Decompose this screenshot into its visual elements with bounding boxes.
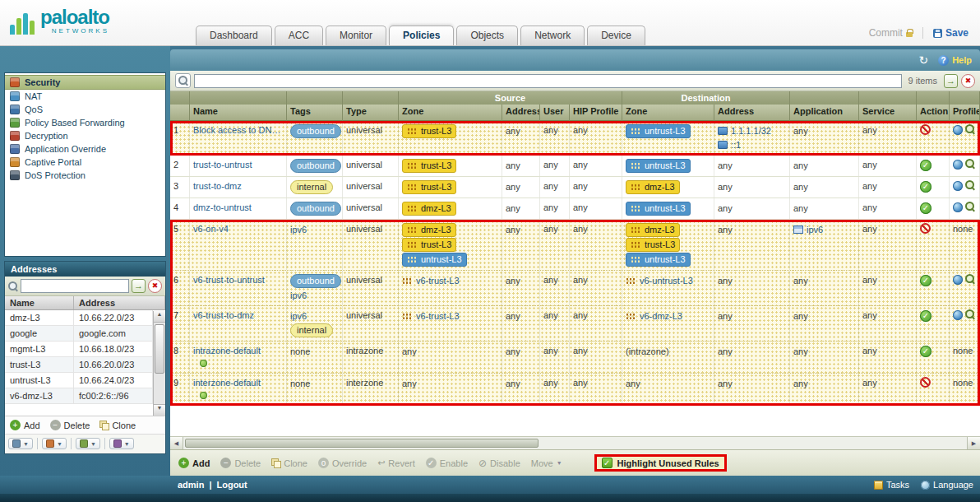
admin-user-link[interactable]: admin — [178, 480, 204, 490]
log-profile-icon[interactable] — [965, 124, 976, 135]
rule-row-6[interactable]: 6 v6-trust-to-untrust outboundipv6 unive… — [170, 271, 980, 306]
zone-badge[interactable]: trust-L3 — [402, 180, 456, 194]
scroll-thumb[interactable] — [155, 324, 164, 374]
tab-network[interactable]: Network — [520, 26, 585, 45]
scroll-up-button[interactable]: ▲ — [154, 311, 165, 323]
profile-group-icon[interactable] — [953, 275, 963, 285]
column-header-address[interactable]: Address — [714, 105, 790, 121]
rule-name[interactable]: intrazone-default — [193, 344, 283, 357]
action-allow-icon[interactable]: ✓ — [920, 310, 931, 322]
zone-link[interactable]: v6-untrust-L3 — [626, 274, 693, 287]
profile-group-icon[interactable] — [953, 125, 963, 135]
tab-acc[interactable]: ACC — [275, 26, 323, 45]
addresses-add-button[interactable]: +Add — [10, 420, 40, 430]
rule-row-7[interactable]: 7 v6-trust-to-dmz ipv6internal universal… — [170, 306, 980, 342]
column-header-type[interactable]: Type — [343, 105, 399, 121]
column-header-user[interactable]: User — [540, 105, 570, 121]
horizontal-scrollbar[interactable]: ◀ ▶ — [170, 436, 980, 449]
rule-row-1[interactable]: 1 Block access to DNS S... outbound univ… — [170, 121, 980, 156]
addresses-col-address[interactable]: Address — [74, 296, 165, 309]
zone-badge[interactable]: trust-L3 — [402, 238, 456, 252]
scroll-left-button[interactable]: ◀ — [170, 437, 183, 449]
zone-badge[interactable]: untrust-L3 — [402, 253, 467, 267]
rule-name[interactable]: trust-to-untrust — [193, 158, 283, 171]
address-object-link[interactable]: ::1 — [718, 138, 741, 151]
rule-row-4[interactable]: 4 dmz-to-untrust outbound universal dmz-… — [170, 198, 980, 220]
zone-link[interactable]: v6-trust-L3 — [402, 309, 460, 323]
log-profile-icon[interactable] — [965, 159, 976, 170]
addresses-search-go-button[interactable]: → — [132, 279, 146, 293]
tag-badge[interactable]: internal — [290, 180, 333, 194]
address-row[interactable]: trust-L3 10.66.20.0/23 — [5, 357, 153, 373]
sidebar-item-policy-based-forwarding[interactable]: Policy Based Forwarding — [5, 116, 165, 129]
rule-row-9[interactable]: 9 interzone-default none interzone any a… — [170, 374, 980, 406]
zone-link[interactable]: v6-dmz-L3 — [626, 309, 682, 323]
sidebar-item-nat[interactable]: NAT — [5, 90, 165, 103]
sidebar-item-security[interactable]: Security — [5, 75, 165, 90]
save-button[interactable]: Save — [933, 27, 968, 39]
tag-badge[interactable]: outbound — [290, 202, 341, 216]
zone-badge[interactable]: untrust-L3 — [626, 253, 691, 267]
rule-row-8[interactable]: 8 intrazone-default none intrazone any a… — [170, 342, 980, 374]
zone-badge[interactable]: trust-L3 — [626, 238, 680, 252]
settings-menu-button[interactable]: ▼ — [109, 438, 134, 449]
zone-link[interactable]: v6-trust-L3 — [402, 274, 460, 287]
scroll-right-button[interactable]: ▶ — [967, 437, 980, 449]
rule-name[interactable]: v6-trust-to-dmz — [193, 309, 283, 322]
column-header-zone[interactable]: Zone — [399, 105, 502, 121]
action-deny-icon[interactable] — [920, 124, 931, 135]
address-row[interactable]: google google.com — [5, 326, 153, 342]
help-button[interactable]: ? Help — [938, 55, 972, 66]
tasks-button[interactable]: Tasks — [874, 480, 909, 490]
tag-badge[interactable]: outbound — [290, 159, 341, 173]
tag-link[interactable]: ipv6 — [290, 309, 307, 323]
rule-name[interactable]: trust-to-dmz — [193, 179, 283, 193]
zone-badge[interactable]: untrust-L3 — [626, 124, 691, 138]
action-allow-icon[interactable]: ✓ — [920, 346, 931, 357]
rules-search-clear-button[interactable]: ✖ — [961, 74, 975, 88]
log-profile-icon[interactable] — [965, 202, 976, 212]
zone-badge[interactable]: trust-L3 — [402, 124, 456, 138]
toolbar-revert-button[interactable]: ↩ Revert — [377, 458, 415, 468]
column-header-application[interactable]: Application — [790, 105, 859, 121]
rule-name[interactable]: v6-on-v4 — [193, 222, 283, 235]
toolbar-enable-button[interactable]: ✓ Enable — [426, 458, 468, 468]
log-profile-icon[interactable] — [965, 309, 976, 320]
search-filter-button[interactable] — [175, 73, 191, 88]
tab-device[interactable]: Device — [587, 26, 645, 45]
rules-search-go-button[interactable]: → — [944, 74, 958, 88]
edit-menu-button[interactable]: ▼ — [76, 438, 100, 449]
column-header-profile[interactable]: Profile — [950, 105, 980, 121]
address-row[interactable]: untrust-L3 10.66.24.0/23 — [5, 373, 153, 388]
toolbar-delete-button[interactable]: − Delete — [220, 458, 261, 468]
rule-name[interactable]: Block access to DNS S... — [193, 123, 283, 137]
zone-badge[interactable]: untrust-L3 — [626, 159, 691, 173]
addresses-search-clear-button[interactable]: ✖ — [148, 279, 162, 293]
group-menu-button[interactable]: ▼ — [42, 438, 67, 449]
tag-link[interactable]: ipv6 — [290, 289, 307, 302]
sidebar-item-application-override[interactable]: Application Override — [5, 142, 165, 156]
zone-badge[interactable]: untrust-L3 — [626, 202, 691, 216]
sidebar-item-decryption[interactable]: Decryption — [5, 129, 165, 142]
addresses-clone-button[interactable]: Clone — [99, 421, 136, 430]
address-object-link[interactable]: 1.1.1.1/32 — [718, 124, 771, 137]
tag-badge[interactable]: internal — [290, 323, 333, 337]
toolbar-add-button[interactable]: + Add — [178, 458, 210, 468]
address-row[interactable]: mgmt-L3 10.66.18.0/23 — [5, 342, 153, 357]
column-header-service[interactable]: Service — [859, 105, 917, 121]
column-header-tags[interactable]: Tags — [287, 105, 343, 121]
address-row[interactable]: v6-dmz-L3 fc00:2:6::/96 — [5, 388, 153, 404]
address-row[interactable]: dmz-L3 10.66.22.0/23 — [5, 310, 153, 326]
tag-badge[interactable]: outbound — [290, 124, 341, 138]
addresses-col-name[interactable]: Name — [5, 296, 74, 309]
action-deny-icon[interactable] — [920, 377, 931, 388]
tab-policies[interactable]: Policies — [389, 26, 454, 45]
profile-group-icon[interactable] — [953, 181, 963, 191]
action-allow-icon[interactable]: ✓ — [920, 181, 931, 193]
rule-row-5[interactable]: 5 v6-on-v4 ipv6 universal dmz-L3trust-L3… — [170, 220, 980, 271]
zone-badge[interactable]: dmz-L3 — [626, 180, 680, 194]
toolbar-disable-button[interactable]: ⊘ Disable — [478, 458, 520, 469]
commit-button[interactable]: Commit — [869, 27, 913, 39]
view-menu-button[interactable]: ▼ — [8, 438, 33, 449]
tab-dashboard[interactable]: Dashboard — [196, 26, 272, 45]
